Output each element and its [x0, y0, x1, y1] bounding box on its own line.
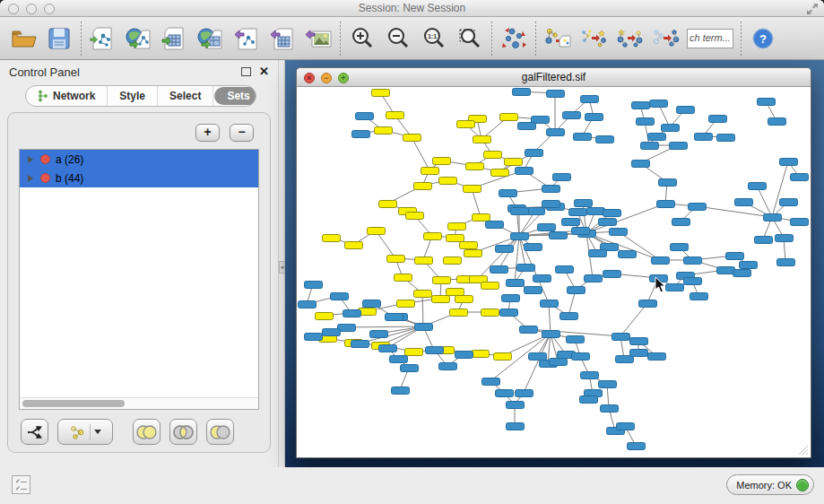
graph-node-blue[interactable] — [524, 286, 542, 294]
graph-node-blue[interactable] — [584, 274, 603, 282]
network-window[interactable]: × − + galFiltered.sif — [296, 67, 811, 458]
graph-node-blue[interactable] — [304, 281, 323, 289]
graph-edge[interactable] — [772, 161, 788, 217]
graph-node-blue[interactable] — [568, 208, 587, 216]
graph-node-yellow[interactable] — [465, 162, 484, 170]
graph-edge[interactable] — [422, 293, 423, 326]
graph-edge[interactable] — [346, 326, 423, 327]
graph-edge[interactable] — [757, 186, 772, 217]
graph-node-blue[interactable] — [651, 256, 670, 265]
graph-node-blue[interactable] — [566, 335, 585, 343]
graph-node-blue[interactable] — [524, 243, 542, 251]
graph-node-yellow[interactable] — [386, 111, 404, 119]
graph-node-blue[interactable] — [618, 250, 637, 258]
graph-node-blue[interactable] — [562, 111, 581, 119]
graph-edge[interactable] — [549, 303, 551, 334]
graph-node-blue[interactable] — [725, 252, 744, 260]
network-canvas[interactable] — [297, 87, 811, 457]
graph-node-yellow[interactable] — [421, 167, 439, 175]
graph-node-blue[interactable] — [506, 401, 525, 409]
graph-node-yellow[interactable] — [504, 158, 523, 166]
graph-node-yellow[interactable] — [449, 308, 468, 317]
graph-node-blue[interactable] — [716, 134, 735, 142]
graph-node-blue[interactable] — [688, 203, 707, 211]
minimize-view-button[interactable]: − — [321, 73, 332, 83]
close-window-button[interactable] — [8, 4, 19, 14]
set-row-a[interactable]: a (26) — [20, 150, 258, 169]
graph-node-blue[interactable] — [790, 218, 809, 226]
graph-node-blue[interactable] — [609, 228, 628, 236]
minimize-window-button[interactable] — [26, 4, 37, 14]
graph-node-blue[interactable] — [425, 346, 444, 354]
graph-node-blue[interactable] — [555, 265, 574, 274]
graph-node-blue[interactable] — [669, 142, 688, 150]
graph-node-blue[interactable] — [708, 115, 727, 123]
split-set-button[interactable] — [21, 419, 48, 445]
graph-node-blue[interactable] — [616, 422, 635, 430]
zoom-actual-button[interactable]: 1:1 — [416, 21, 452, 56]
import-table-file-button[interactable] — [157, 21, 193, 56]
graph-node-blue[interactable] — [588, 249, 607, 257]
graph-node-blue[interactable] — [515, 389, 533, 397]
graph-node-blue[interactable] — [757, 98, 776, 106]
graph-node-blue[interactable] — [598, 218, 617, 226]
scrollbar-thumb[interactable] — [22, 400, 125, 407]
zoom-fit-button[interactable] — [452, 21, 488, 56]
graph-node-blue[interactable] — [546, 128, 565, 136]
graph-node-blue[interactable] — [779, 198, 798, 206]
graph-node-blue[interactable] — [552, 173, 571, 181]
graph-node-yellow[interactable] — [396, 300, 415, 308]
graph-node-blue[interactable] — [481, 378, 500, 386]
graph-node-blue[interactable] — [298, 300, 317, 308]
graph-node-yellow[interactable] — [481, 308, 499, 317]
graph-node-yellow[interactable] — [456, 120, 475, 128]
graph-node-blue[interactable] — [647, 352, 666, 361]
graph-node-blue[interactable] — [573, 133, 592, 141]
graph-node-blue[interactable] — [455, 351, 473, 359]
graph-edge[interactable] — [697, 206, 772, 217]
search-input[interactable]: ch term... — [687, 29, 733, 48]
graph-node-blue[interactable] — [546, 90, 565, 98]
network-intersection-button[interactable] — [647, 21, 683, 56]
graph-node-blue[interactable] — [640, 142, 659, 150]
graph-node-blue[interactable] — [506, 422, 525, 430]
graph-node-yellow[interactable] — [464, 249, 482, 257]
graph-node-blue[interactable] — [734, 198, 753, 206]
graph-node-yellow[interactable] — [473, 135, 491, 143]
graph-node-blue[interactable] — [501, 294, 520, 302]
graph-node-blue[interactable] — [571, 352, 590, 361]
graph-node-blue[interactable] — [754, 236, 773, 244]
graph-node-blue[interactable] — [768, 117, 786, 126]
float-panel-button[interactable] — [241, 67, 251, 76]
graph-node-yellow[interactable] — [344, 241, 363, 249]
graph-node-blue[interactable] — [585, 113, 603, 121]
graph-node-blue[interactable] — [526, 207, 545, 215]
zoom-out-button[interactable] — [380, 21, 416, 56]
graph-node-blue[interactable] — [672, 218, 690, 226]
graph-node-blue[interactable] — [694, 133, 713, 141]
graph-node-blue[interactable] — [603, 270, 621, 278]
set-row-b[interactable]: b (44) — [20, 169, 258, 187]
create-set-from-network-button[interactable] — [57, 419, 113, 445]
graph-node-yellow[interactable] — [403, 134, 421, 142]
collapse-panel-handle[interactable]: ◂ — [279, 261, 285, 274]
graph-node-blue[interactable] — [600, 404, 619, 413]
graph-node-blue[interactable] — [631, 160, 650, 168]
graph-node-blue[interactable] — [510, 207, 529, 215]
graph-node-blue[interactable] — [638, 300, 657, 308]
graph-node-blue[interactable] — [389, 355, 408, 363]
graph-node-yellow[interactable] — [367, 227, 386, 235]
union-sets-button[interactable] — [133, 419, 160, 445]
graph-node-blue[interactable] — [636, 117, 655, 126]
graph-node-blue[interactable] — [490, 265, 508, 274]
graph-node-blue[interactable] — [661, 124, 680, 132]
graph-node-blue[interactable] — [647, 133, 666, 141]
graph-node-blue[interactable] — [649, 100, 668, 108]
graph-node-yellow[interactable] — [438, 177, 457, 185]
chevron-down-icon[interactable] — [94, 430, 101, 434]
graph-node-blue[interactable] — [574, 199, 593, 207]
tab-select[interactable]: Select — [158, 86, 213, 106]
graph-node-yellow[interactable] — [490, 169, 509, 177]
task-history-button[interactable]: ✓—✓— — [12, 475, 30, 494]
graph-node-blue[interactable] — [676, 106, 695, 114]
